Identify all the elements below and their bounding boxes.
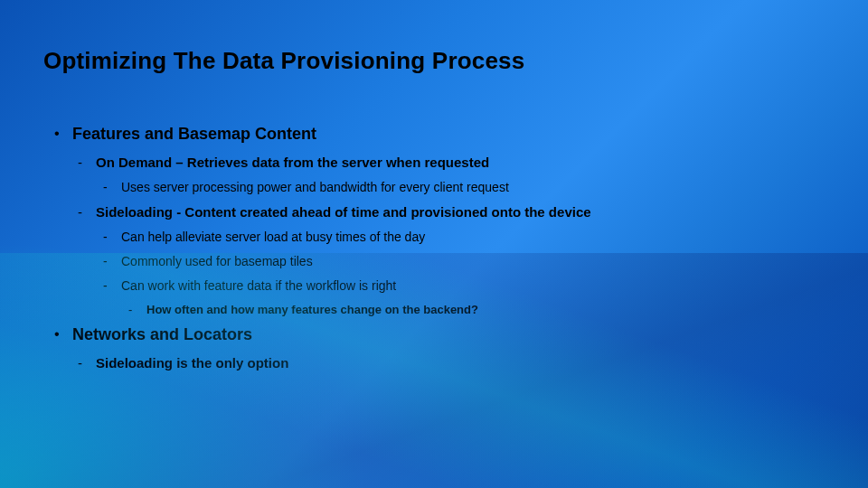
list-item: Commonly used for basemap tiles [103, 254, 832, 268]
section-heading: Features and Basemap Content [54, 125, 832, 144]
slide-title: Optimizing The Data Provisioning Process [43, 47, 524, 75]
slide: Optimizing The Data Provisioning Process… [0, 0, 868, 488]
list-item: Sideloading - Content created ahead of t… [78, 204, 832, 220]
list-item: How often and how many features change o… [128, 303, 832, 316]
section-heading: Networks and Locators [54, 325, 832, 344]
list-item: Can help alleviate server load at busy t… [103, 230, 832, 244]
slide-body: Features and Basemap Content On Demand –… [54, 125, 832, 380]
list-item: Sideloading is the only option [78, 355, 832, 371]
list-item: Can work with feature data if the workfl… [103, 278, 832, 293]
list-item: Uses server processing power and bandwid… [103, 180, 832, 194]
list-item: On Demand – Retrieves data from the serv… [78, 155, 832, 170]
